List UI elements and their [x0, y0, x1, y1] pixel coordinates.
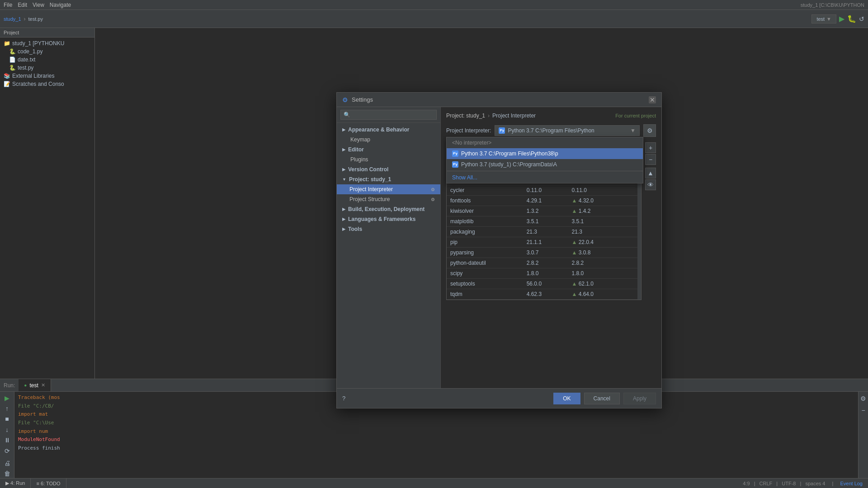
- popup-python37[interactable]: Py Python 3.7 C:\Program Files\Python38\…: [447, 148, 643, 159]
- settings-icon: ⚙: [342, 96, 348, 103]
- status-event-log[interactable]: Event Log: [840, 481, 863, 486]
- nav-project[interactable]: ▼ Project: study_1: [337, 174, 440, 184]
- run-wrap-btn[interactable]: ⟳: [2, 446, 12, 455]
- debug-button[interactable]: 🐛: [847, 14, 856, 23]
- package-name: scipy: [447, 268, 523, 279]
- interpreter-label: Project Interpreter:: [446, 127, 491, 134]
- package-name: matplotlib: [447, 216, 523, 227]
- popup-python37-study1[interactable]: Py Python 3.7 (study_1) C:\ProgramData\A: [447, 159, 643, 170]
- package-version: 0.11.0: [523, 185, 568, 196]
- apply-button[interactable]: Apply: [623, 393, 656, 404]
- tab-run[interactable]: ▶ 4: Run: [0, 479, 31, 488]
- status-encoding: UTF-8: [782, 481, 796, 486]
- toolbar-project: study_1: [4, 16, 21, 22]
- run-tab-test[interactable]: ● test ✕: [19, 379, 51, 391]
- package-latest: 2.8.2: [568, 258, 641, 268]
- arrow-icon-build: ▶: [342, 207, 345, 211]
- table-row[interactable]: kiwisolver1.3.2▲ 1.4.2: [447, 206, 641, 216]
- tree-scratches[interactable]: 📝Scratches and Conso: [0, 80, 94, 88]
- table-row[interactable]: scipy1.8.01.8.0: [447, 268, 641, 279]
- remove-package-button[interactable]: −: [645, 154, 656, 165]
- arrow-icon-editor: ▶: [342, 147, 345, 152]
- tree-code-1[interactable]: 🐍code_1.py: [0, 47, 94, 56]
- breadcrumb: Project: study_1 › Project Interpreter F…: [446, 113, 656, 119]
- run-start-btn[interactable]: ▶: [2, 394, 12, 402]
- settings-sidebar: ▶ Appearance & Behavior Keymap ▶ Editor …: [337, 107, 441, 388]
- dialog-close-button[interactable]: ✕: [649, 96, 656, 103]
- table-row[interactable]: setuptools56.0.0▲ 62.1.0: [447, 279, 641, 289]
- menu-file[interactable]: File: [4, 2, 12, 8]
- run-output-line5: import num: [18, 427, 854, 436]
- run-settings-btn[interactable]: ⚙: [859, 394, 868, 404]
- nav-tools[interactable]: ▶ Tools: [337, 224, 440, 234]
- project-tree: 📁study_1 [PYTHONKU 🐍code_1.py 📄date.txt …: [0, 38, 94, 90]
- nav-appearance[interactable]: ▶ Appearance & Behavior: [337, 125, 440, 135]
- package-name: tqdm: [447, 289, 523, 300]
- run-trash-btn[interactable]: 🗑: [2, 469, 12, 478]
- tree-date-txt[interactable]: 📄date.txt: [0, 56, 94, 64]
- tree-external-libs[interactable]: 📚External Libraries: [0, 72, 94, 80]
- run-right-actions: ⚙ −: [858, 392, 868, 478]
- add-package-button[interactable]: +: [645, 142, 656, 153]
- tree-test-py[interactable]: 🐍test.py: [0, 64, 94, 72]
- settings-search-input[interactable]: [340, 110, 437, 120]
- nav-build[interactable]: ▶ Build, Execution, Deployment: [337, 204, 440, 214]
- menu-bar: File Edit View Navigate study_1 [C:\CB\K…: [0, 0, 868, 10]
- cancel-button[interactable]: Cancel: [584, 393, 620, 404]
- breadcrumb-toolbar: study_1 › test.py: [4, 16, 43, 22]
- run-tab-close[interactable]: ✕: [41, 382, 45, 388]
- run-minimize-btn[interactable]: −: [859, 405, 868, 415]
- info-package-button[interactable]: 👁: [645, 179, 656, 190]
- package-version: 21.3: [523, 227, 568, 237]
- table-row[interactable]: packaging21.321.3: [447, 227, 641, 237]
- run-label: Run:: [0, 382, 19, 389]
- table-row[interactable]: tqdm4.62.3▲ 4.64.0: [447, 289, 641, 300]
- help-button[interactable]: ?: [342, 395, 345, 402]
- reload-button[interactable]: ↺: [859, 15, 864, 23]
- nav-project-structure[interactable]: Project Structure ⚙: [337, 194, 440, 204]
- table-row[interactable]: matplotlib3.5.13.5.1: [447, 216, 641, 227]
- run-up-btn[interactable]: ↑: [2, 404, 12, 413]
- nav-editor[interactable]: ▶ Editor: [337, 145, 440, 155]
- package-name: setuptools: [447, 279, 523, 289]
- upgrade-package-button[interactable]: ▲: [645, 168, 656, 178]
- menu-edit[interactable]: Edit: [18, 2, 27, 8]
- dropdown-arrow-icon: ▼: [630, 127, 636, 134]
- package-latest: 3.5.1: [568, 216, 641, 227]
- table-row[interactable]: pyparsing3.0.7▲ 3.0.8: [447, 248, 641, 258]
- package-latest: 1.8.0: [568, 268, 641, 279]
- ok-button[interactable]: OK: [553, 393, 580, 404]
- status-spaces: spaces 4: [805, 481, 825, 486]
- interpreter-popup: <No interpreter> Py Python 3.7 C:\Progra…: [446, 137, 643, 183]
- run-print-btn[interactable]: 🖨: [2, 459, 12, 467]
- run-config-dropdown[interactable]: test▼: [811, 14, 836, 23]
- interpreter-gear-button[interactable]: ⚙: [643, 124, 656, 137]
- toolbar-file: test.py: [28, 16, 43, 22]
- package-latest: ▲ 4.64.0: [568, 289, 641, 300]
- table-row[interactable]: fonttools4.29.1▲ 4.32.0: [447, 196, 641, 206]
- run-sidebar: ▶ ↑ ■ ↓ ⏸ ⟳ 🖨 🗑: [0, 392, 14, 478]
- tree-project-root[interactable]: 📁study_1 [PYTHONKU: [0, 39, 94, 47]
- bottom-tab-bar: ▶ 4: Run ≡ 6: TODO 4:9 | CRLF | UTF-8 | …: [0, 478, 868, 488]
- interpreter-dropdown[interactable]: Py Python 3.7 C:\Program Files\Python ▼: [495, 125, 640, 136]
- run-down-btn[interactable]: ↓: [2, 425, 12, 434]
- python-icon-popup2: Py: [452, 161, 458, 168]
- table-row[interactable]: python-dateutil2.8.22.8.2: [447, 258, 641, 268]
- menu-view[interactable]: View: [33, 2, 44, 8]
- menu-navigate[interactable]: Navigate: [50, 2, 71, 8]
- tab-todo[interactable]: ≡ 6: TODO: [31, 479, 66, 488]
- popup-show-all[interactable]: Show All...: [447, 172, 643, 183]
- table-row[interactable]: cycler0.11.00.11.0: [447, 185, 641, 196]
- run-pause-btn[interactable]: ⏸: [2, 436, 12, 445]
- popup-no-interpreter[interactable]: <No interpreter>: [447, 137, 643, 148]
- nav-project-interpreter[interactable]: Project Interpreter ⚙: [337, 184, 440, 194]
- run-stop-btn[interactable]: ■: [2, 415, 12, 423]
- run-button[interactable]: ▶: [839, 14, 844, 23]
- nav-version-control[interactable]: ▶ Version Control: [337, 164, 440, 174]
- package-version: 1.8.0: [523, 268, 568, 279]
- nav-plugins[interactable]: Plugins: [337, 155, 440, 164]
- table-row[interactable]: pip21.1.1▲ 22.0.4: [447, 237, 641, 248]
- package-version: 21.1.1: [523, 237, 568, 248]
- nav-keymap[interactable]: Keymap: [337, 135, 440, 145]
- nav-languages[interactable]: ▶ Languages & Frameworks: [337, 214, 440, 224]
